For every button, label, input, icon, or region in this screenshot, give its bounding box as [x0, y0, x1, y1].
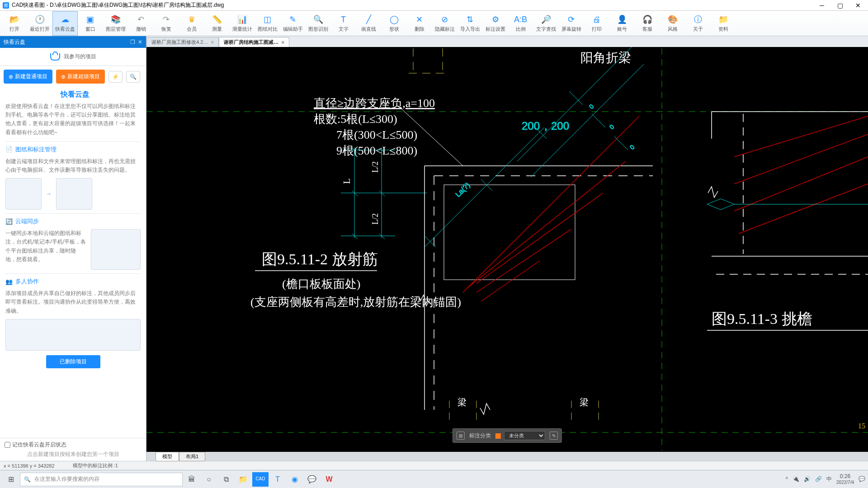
io-icon: ⇅: [465, 14, 476, 25]
annotation-toolbar[interactable]: ⊞ 标注分类 未分类 ✎: [453, 428, 562, 443]
tool-edit[interactable]: ✎编辑助手: [280, 11, 306, 36]
deleted-projects-button[interactable]: 已删除项目: [46, 355, 100, 368]
tool-cloud[interactable]: ☁快看云盘: [52, 11, 78, 36]
tool-label: 撤销: [136, 26, 146, 33]
tool-redo[interactable]: ↷恢复: [154, 11, 179, 36]
model-tab[interactable]: 布局1: [179, 452, 205, 461]
refresh-button[interactable]: ⚡: [108, 71, 123, 83]
anno-grid-icon[interactable]: ⊞: [457, 432, 465, 440]
news-icon[interactable]: 🏛: [184, 472, 200, 487]
tray-notifications-icon[interactable]: 💬: [859, 476, 865, 482]
new-super-project-button[interactable]: ⊕ 新建超级项目: [56, 70, 105, 84]
model-tab[interactable]: 模型: [156, 452, 179, 461]
tool-measure[interactable]: 📏测量: [204, 11, 230, 36]
canvas-area: 谢桥厂房施工图修改4.2…×谢桥厂房结构施工图减…× 阳角折梁: [146, 36, 868, 461]
main-toolbar: 📂打开🕐最近打开☁快看云盘▣窗口📚图层管理↶撤销↷恢复♛会员📏测量📊测量统计◫图…: [0, 11, 868, 36]
support-icon: 🎧: [642, 14, 653, 25]
tool-hide[interactable]: ⊘隐藏标注: [432, 11, 458, 36]
edge-icon[interactable]: ◉: [287, 472, 303, 487]
tool-label: 账号: [617, 26, 627, 33]
tool-io[interactable]: ⇅导入导出: [458, 11, 483, 36]
tray-chevron-icon[interactable]: ^: [785, 476, 788, 482]
tool-open[interactable]: 📂打开: [2, 11, 27, 36]
svg-text:直径≥边跨支座负,a=100: 直径≥边跨支座负,a=100: [314, 97, 435, 110]
status-bar: x = 511398 y = 343282 模型中的标注比例 :1: [0, 461, 868, 470]
search-button[interactable]: 🔍: [126, 71, 140, 83]
anno-category-select[interactable]: 未分类: [504, 431, 545, 440]
tool-compare[interactable]: ◫图纸对比: [255, 11, 280, 36]
tray-volume-icon[interactable]: 🔊: [804, 476, 811, 482]
minimize-button[interactable]: ─: [815, 1, 829, 10]
tool-res[interactable]: 📁资料: [711, 11, 736, 36]
explorer-icon[interactable]: 📁: [235, 472, 251, 487]
system-tray[interactable]: ^ 🔌 🔊 🔗 中 0:26 2022/7/4 💬: [785, 473, 865, 485]
tool-support[interactable]: 🎧客服: [635, 11, 660, 36]
tool-layer[interactable]: 📚图层管理: [103, 11, 128, 36]
sidebar-detach-icon[interactable]: ❐: [130, 39, 135, 45]
close-button[interactable]: ✕: [851, 1, 865, 10]
drawing-viewport[interactable]: 阳角折梁 L L/2 L/2 直径≥边跨支座负,a=100 根数:5根(L≤30…: [146, 47, 868, 452]
tool-account[interactable]: 👤账号: [609, 11, 635, 36]
cad-app-icon[interactable]: CAD: [252, 472, 269, 487]
tool-about[interactable]: ⓘ关于: [685, 11, 711, 36]
measure-icon: 📏: [212, 14, 222, 25]
tool-shape[interactable]: ◯形状: [382, 11, 407, 36]
remember-state-checkbox[interactable]: 记住快看云盘开启状态: [5, 441, 142, 449]
tool-ocr[interactable]: 🔍图形识别: [306, 11, 331, 36]
tool-undo[interactable]: ↶撤销: [128, 11, 154, 36]
tab-close-icon[interactable]: ×: [281, 39, 284, 46]
rotate-icon: ⟳: [566, 14, 577, 25]
tool-label: 形状: [389, 26, 399, 33]
new-normal-project-button[interactable]: ⊕ 新建普通项目: [4, 70, 52, 84]
title-bar: 图 CAD快速看图 - D:\卓佳DWG施工图\卓佳DWG施工图\结构\谢桥厂房…: [0, 0, 868, 11]
maximize-button[interactable]: ▢: [833, 1, 847, 10]
tool-label: 图层管理: [106, 26, 126, 33]
wechat-icon[interactable]: 💬: [304, 472, 320, 487]
tray-ime-label[interactable]: 中: [826, 475, 832, 483]
tray-power-icon[interactable]: 🔌: [793, 476, 799, 482]
document-tab[interactable]: 谢桥厂房结构施工图减…×: [219, 37, 289, 47]
svg-text:200: 200: [551, 120, 569, 132]
tool-mstat[interactable]: 📊测量统计: [230, 11, 255, 36]
sidebar-close-icon[interactable]: ✕: [138, 39, 142, 45]
tool-find[interactable]: 🔎文字查找: [533, 11, 559, 36]
svg-text:L/2: L/2: [371, 161, 380, 173]
svg-text:图9.5.11-3  挑檐: 图9.5.11-3 挑檐: [712, 310, 812, 327]
svg-line-13: [352, 234, 358, 239]
cortana-icon[interactable]: ○: [201, 472, 217, 487]
cloud-sidebar: 快看云盘 ❐ ✕ 我参与的项目 ⊕ 新建普通项目 ⊕ 新建超级项目 ⚡ 🔍 快看…: [0, 36, 146, 461]
tool-recent[interactable]: 🕐最近打开: [27, 11, 52, 36]
tool-style[interactable]: 🎨风格: [660, 11, 685, 36]
svg-line-12: [352, 191, 358, 196]
taskbar-search[interactable]: 🔍 在这里输入你要搜索的内容: [20, 473, 183, 486]
start-button[interactable]: ⊞: [3, 472, 19, 487]
svg-text:(檐口板板面处): (檐口板板面处): [282, 277, 360, 291]
tool-line[interactable]: ╱画直线: [356, 11, 382, 36]
tool-label: 风格: [668, 26, 678, 33]
wps-icon[interactable]: W: [321, 472, 337, 487]
ruler-value: 15: [858, 422, 865, 430]
tool-scale[interactable]: A:B比例: [508, 11, 533, 36]
tray-clock[interactable]: 0:26 2022/7/4: [836, 473, 854, 485]
tool-vip[interactable]: ♛会员: [179, 11, 204, 36]
tool-rotate[interactable]: ⟳屏幕旋转: [559, 11, 584, 36]
tool-mset[interactable]: ⚙标注设置: [483, 11, 508, 36]
tool-window[interactable]: ▣窗口: [78, 11, 103, 36]
sidebar-tab-projects[interactable]: 我参与的项目: [0, 48, 146, 66]
tool-delete[interactable]: ✕删除: [407, 11, 432, 36]
card-title: 快看云盘: [61, 90, 90, 99]
app-icon-t[interactable]: T: [269, 472, 286, 487]
anno-color-swatch: [495, 433, 501, 439]
tool-label: 屏幕旋转: [561, 26, 581, 33]
find-icon: 🔎: [541, 14, 552, 25]
document-tab[interactable]: 谢桥厂房施工图修改4.2…×: [146, 37, 219, 47]
taskview-icon[interactable]: ⧉: [218, 472, 234, 487]
tool-label: 文字: [339, 26, 349, 33]
compare-icon: ◫: [262, 14, 273, 25]
svg-text:根数:5根(L≤300): 根数:5根(L≤300): [314, 113, 397, 126]
tool-text[interactable]: T文字: [331, 11, 356, 36]
tab-close-icon[interactable]: ×: [211, 39, 214, 46]
tray-network-icon[interactable]: 🔗: [815, 476, 822, 482]
tool-print[interactable]: 🖨打印: [584, 11, 609, 36]
anno-edit-icon[interactable]: ✎: [550, 432, 558, 440]
